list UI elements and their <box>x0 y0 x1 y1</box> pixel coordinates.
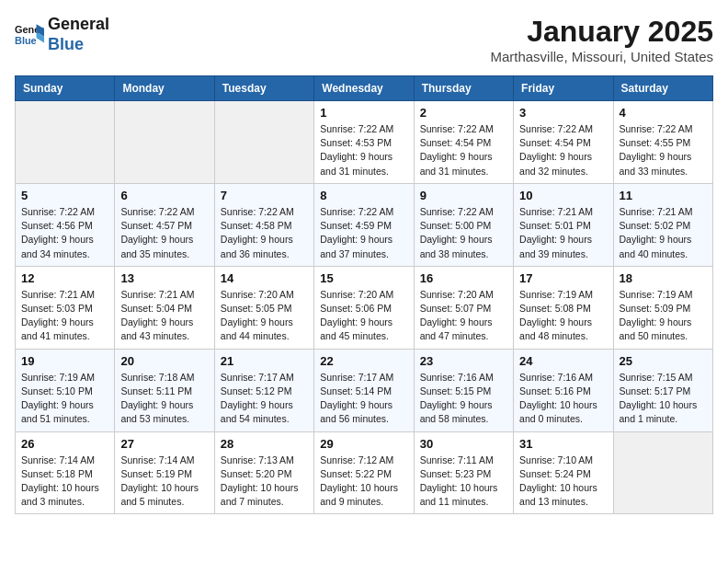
day-number: 24 <box>519 354 607 368</box>
day-info: Sunrise: 7:13 AM Sunset: 5:20 PM Dayligh… <box>221 454 308 510</box>
day-number: 31 <box>519 437 607 451</box>
day-info: Sunrise: 7:10 AM Sunset: 5:24 PM Dayligh… <box>519 454 607 510</box>
calendar-subtitle: Marthasville, Missouri, United States <box>490 49 713 64</box>
day-number: 15 <box>320 271 407 285</box>
day-number: 4 <box>620 106 707 120</box>
calendar-cell: 1Sunrise: 7:22 AM Sunset: 4:53 PM Daylig… <box>314 101 414 184</box>
day-number: 18 <box>620 271 707 285</box>
calendar-cell: 21Sunrise: 7:17 AM Sunset: 5:12 PM Dayli… <box>214 349 313 431</box>
calendar-cell: 18Sunrise: 7:19 AM Sunset: 5:09 PM Dayli… <box>613 266 712 349</box>
day-number: 28 <box>221 437 308 451</box>
day-info: Sunrise: 7:22 AM Sunset: 4:56 PM Dayligh… <box>21 205 108 261</box>
day-number: 16 <box>420 271 507 285</box>
calendar-cell: 15Sunrise: 7:20 AM Sunset: 5:06 PM Dayli… <box>314 266 414 349</box>
day-info: Sunrise: 7:22 AM Sunset: 4:54 PM Dayligh… <box>519 122 607 178</box>
day-number: 12 <box>21 271 108 285</box>
weekday-header-monday: Monday <box>115 76 214 101</box>
day-number: 26 <box>21 437 108 451</box>
calendar-cell: 25Sunrise: 7:15 AM Sunset: 5:17 PM Dayli… <box>613 349 712 431</box>
day-number: 9 <box>420 189 507 202</box>
day-info: Sunrise: 7:19 AM Sunset: 5:10 PM Dayligh… <box>21 371 108 427</box>
logo-icon: General Blue <box>15 22 44 48</box>
weekday-header-row: SundayMondayTuesdayWednesdayThursdayFrid… <box>16 76 713 101</box>
week-row-2: 5Sunrise: 7:22 AM Sunset: 4:56 PM Daylig… <box>16 183 713 266</box>
calendar-cell: 12Sunrise: 7:21 AM Sunset: 5:03 PM Dayli… <box>16 266 115 349</box>
calendar-cell: 16Sunrise: 7:20 AM Sunset: 5:07 PM Dayli… <box>414 266 513 349</box>
day-number: 20 <box>120 354 208 368</box>
weekday-header-thursday: Thursday <box>414 76 513 101</box>
weekday-header-sunday: Sunday <box>16 76 115 101</box>
calendar-cell: 17Sunrise: 7:19 AM Sunset: 5:08 PM Dayli… <box>514 266 613 349</box>
calendar-header: SundayMondayTuesdayWednesdayThursdayFrid… <box>16 76 713 101</box>
logo-text-blue: Blue <box>48 35 109 55</box>
day-number: 5 <box>21 189 108 202</box>
calendar-cell: 13Sunrise: 7:21 AM Sunset: 5:04 PM Dayli… <box>115 266 214 349</box>
week-row-5: 26Sunrise: 7:14 AM Sunset: 5:18 PM Dayli… <box>16 431 713 514</box>
calendar-cell <box>214 101 313 184</box>
calendar-cell: 5Sunrise: 7:22 AM Sunset: 4:56 PM Daylig… <box>16 183 115 266</box>
day-number: 19 <box>21 354 108 368</box>
weekday-header-friday: Friday <box>514 76 613 101</box>
calendar-body: 1Sunrise: 7:22 AM Sunset: 4:53 PM Daylig… <box>16 101 713 514</box>
day-info: Sunrise: 7:14 AM Sunset: 5:19 PM Dayligh… <box>120 454 208 510</box>
calendar-cell: 9Sunrise: 7:22 AM Sunset: 5:00 PM Daylig… <box>414 183 513 266</box>
day-info: Sunrise: 7:17 AM Sunset: 5:12 PM Dayligh… <box>221 371 308 427</box>
day-info: Sunrise: 7:14 AM Sunset: 5:18 PM Dayligh… <box>21 454 108 510</box>
day-number: 25 <box>620 354 707 368</box>
calendar-cell: 28Sunrise: 7:13 AM Sunset: 5:20 PM Dayli… <box>214 431 313 514</box>
day-info: Sunrise: 7:19 AM Sunset: 5:09 PM Dayligh… <box>620 288 707 344</box>
day-info: Sunrise: 7:21 AM Sunset: 5:02 PM Dayligh… <box>620 205 707 261</box>
day-number: 13 <box>120 271 208 285</box>
day-info: Sunrise: 7:22 AM Sunset: 5:00 PM Dayligh… <box>420 205 507 261</box>
calendar-cell: 10Sunrise: 7:21 AM Sunset: 5:01 PM Dayli… <box>514 183 613 266</box>
calendar-cell: 6Sunrise: 7:22 AM Sunset: 4:57 PM Daylig… <box>115 183 214 266</box>
day-info: Sunrise: 7:22 AM Sunset: 4:53 PM Dayligh… <box>320 122 407 178</box>
calendar-cell: 31Sunrise: 7:10 AM Sunset: 5:24 PM Dayli… <box>514 431 613 514</box>
calendar-cell: 4Sunrise: 7:22 AM Sunset: 4:55 PM Daylig… <box>613 101 712 184</box>
day-number: 3 <box>519 106 607 120</box>
calendar-cell: 20Sunrise: 7:18 AM Sunset: 5:11 PM Dayli… <box>115 349 214 431</box>
calendar-cell: 11Sunrise: 7:21 AM Sunset: 5:02 PM Dayli… <box>613 183 712 266</box>
day-info: Sunrise: 7:22 AM Sunset: 4:54 PM Dayligh… <box>420 122 507 178</box>
day-info: Sunrise: 7:20 AM Sunset: 5:06 PM Dayligh… <box>320 288 407 344</box>
calendar-title: January 2025 <box>490 15 713 49</box>
day-number: 11 <box>620 189 707 202</box>
day-info: Sunrise: 7:22 AM Sunset: 4:58 PM Dayligh… <box>221 205 308 261</box>
calendar-cell: 8Sunrise: 7:22 AM Sunset: 4:59 PM Daylig… <box>314 183 414 266</box>
calendar-cell: 29Sunrise: 7:12 AM Sunset: 5:22 PM Dayli… <box>314 431 414 514</box>
logo-text-general: General <box>48 15 109 35</box>
day-number: 1 <box>320 106 407 120</box>
week-row-3: 12Sunrise: 7:21 AM Sunset: 5:03 PM Dayli… <box>16 266 713 349</box>
day-info: Sunrise: 7:17 AM Sunset: 5:14 PM Dayligh… <box>320 371 407 427</box>
day-info: Sunrise: 7:11 AM Sunset: 5:23 PM Dayligh… <box>420 454 507 510</box>
day-info: Sunrise: 7:22 AM Sunset: 4:57 PM Dayligh… <box>120 205 208 261</box>
day-number: 22 <box>320 354 407 368</box>
calendar-table: SundayMondayTuesdayWednesdayThursdayFrid… <box>15 75 713 514</box>
day-number: 30 <box>420 437 507 451</box>
calendar-cell: 23Sunrise: 7:16 AM Sunset: 5:15 PM Dayli… <box>414 349 513 431</box>
calendar-cell: 27Sunrise: 7:14 AM Sunset: 5:19 PM Dayli… <box>115 431 214 514</box>
day-number: 17 <box>519 271 607 285</box>
calendar-cell: 3Sunrise: 7:22 AM Sunset: 4:54 PM Daylig… <box>514 101 613 184</box>
calendar-cell: 26Sunrise: 7:14 AM Sunset: 5:18 PM Dayli… <box>16 431 115 514</box>
day-number: 23 <box>420 354 507 368</box>
week-row-4: 19Sunrise: 7:19 AM Sunset: 5:10 PM Dayli… <box>16 349 713 431</box>
day-number: 29 <box>320 437 407 451</box>
day-info: Sunrise: 7:20 AM Sunset: 5:05 PM Dayligh… <box>221 288 308 344</box>
calendar-cell: 24Sunrise: 7:16 AM Sunset: 5:16 PM Dayli… <box>514 349 613 431</box>
page-header: General Blue General Blue January 2025 M… <box>15 15 713 64</box>
calendar-cell: 2Sunrise: 7:22 AM Sunset: 4:54 PM Daylig… <box>414 101 513 184</box>
calendar-cell: 14Sunrise: 7:20 AM Sunset: 5:05 PM Dayli… <box>214 266 313 349</box>
day-info: Sunrise: 7:21 AM Sunset: 5:04 PM Dayligh… <box>120 288 208 344</box>
day-number: 8 <box>320 189 407 202</box>
calendar-cell <box>16 101 115 184</box>
calendar-cell: 22Sunrise: 7:17 AM Sunset: 5:14 PM Dayli… <box>314 349 414 431</box>
title-block: January 2025 Marthasville, Missouri, Uni… <box>490 15 713 64</box>
weekday-header-tuesday: Tuesday <box>214 76 313 101</box>
day-info: Sunrise: 7:22 AM Sunset: 4:59 PM Dayligh… <box>320 205 407 261</box>
day-number: 6 <box>120 189 208 202</box>
day-info: Sunrise: 7:18 AM Sunset: 5:11 PM Dayligh… <box>120 371 208 427</box>
day-info: Sunrise: 7:12 AM Sunset: 5:22 PM Dayligh… <box>320 454 407 510</box>
weekday-header-saturday: Saturday <box>613 76 712 101</box>
calendar-cell: 7Sunrise: 7:22 AM Sunset: 4:58 PM Daylig… <box>214 183 313 266</box>
